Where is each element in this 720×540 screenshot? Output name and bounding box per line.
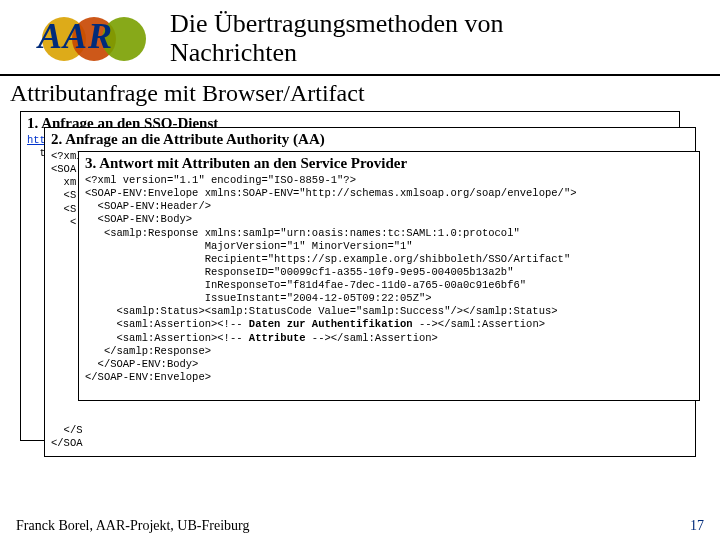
card2-code-bottom: </S </SOA <box>51 424 83 450</box>
slide-footer: Franck Borel, AAR-Projekt, UB-Freiburg 1… <box>0 518 720 534</box>
slide-subtitle: Attributanfrage mit Browser/Artifact <box>0 76 720 109</box>
footer-author: Franck Borel, AAR-Projekt, UB-Freiburg <box>16 518 249 534</box>
logo-text: AAR <box>38 15 113 57</box>
slide-header: AAR Die Übertragungsmethoden von Nachric… <box>0 0 720 76</box>
card-stack: 1. Anfrage an den SSO-Dienst htt t 2. An… <box>20 111 700 481</box>
card-3-response-sp: 3. Antwort mit Attributen an den Service… <box>78 151 700 401</box>
card3-code: <?xml version="1.1" encoding="ISO-8859-1… <box>85 174 693 384</box>
card2-title: 2. Anfrage an die Attribute Authority (A… <box>51 131 689 148</box>
slide-title: Die Übertragungsmethoden von Nachrichten <box>170 10 504 67</box>
card3-title: 3. Antwort mit Attributen an den Service… <box>85 155 693 172</box>
page-number: 17 <box>690 518 704 534</box>
title-line1: Die Übertragungsmethoden von <box>170 9 504 38</box>
title-line2: Nachrichten <box>170 38 297 67</box>
aar-logo: AAR <box>10 9 160 69</box>
